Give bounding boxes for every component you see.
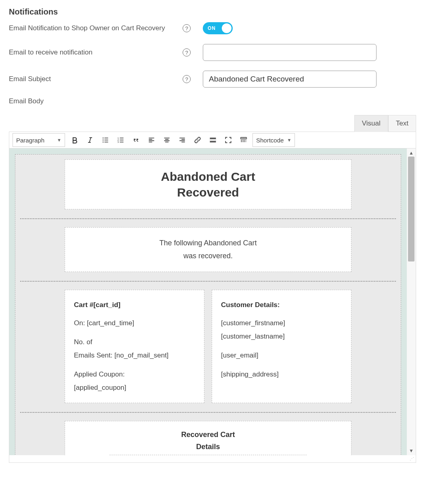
svg-rect-7 [210, 141, 216, 142]
toggle-knob [222, 23, 231, 33]
scroll-thumb[interactable] [408, 157, 414, 261]
cart-details-card: Cart #[cart_id] On: [cart_end_time] No. … [65, 290, 204, 403]
insert-read-more-button[interactable] [206, 133, 220, 147]
svg-rect-12 [244, 138, 245, 139]
bold-button[interactable] [67, 133, 82, 147]
blockquote-button[interactable] [129, 133, 143, 147]
shortcode-select[interactable]: Shortcode▼ [252, 133, 295, 147]
template-intro: The following Abandoned Cart [75, 236, 341, 249]
italic-button[interactable] [83, 133, 97, 147]
customer-details-card: Customer Details: [customer_firstname] [… [212, 290, 351, 403]
email-body-editor: Paragraph▼ 123 Shortcode▼ Abandoned Cart… [9, 132, 416, 463]
scroll-up-icon[interactable]: ▲ [409, 149, 414, 157]
editor-canvas[interactable]: Abandoned Cart Recovered The following A… [9, 148, 407, 455]
scroll-down-icon[interactable]: ▼ [409, 447, 414, 454]
subject-input[interactable] [203, 71, 377, 88]
toolbar-toggle-button[interactable] [236, 133, 251, 147]
svg-rect-9 [241, 138, 242, 139]
template-intro: was recovered. [75, 249, 341, 262]
format-select[interactable]: Paragraph▼ [13, 133, 65, 147]
svg-text:3: 3 [118, 141, 119, 143]
recipient-input[interactable] [203, 44, 377, 61]
editor-toolbar: Paragraph▼ 123 Shortcode▼ [9, 132, 416, 148]
svg-point-1 [103, 140, 103, 141]
editor-scrollbar[interactable]: ▲ ▼ [407, 148, 416, 455]
recovered-cart-heading: Details [109, 441, 307, 453]
help-icon[interactable]: ? [183, 48, 191, 56]
recipient-label: Email to receive notification [9, 48, 183, 56]
link-button[interactable] [190, 133, 205, 147]
tab-text[interactable]: Text [388, 115, 416, 132]
numbered-list-button[interactable]: 123 [114, 133, 128, 147]
help-icon[interactable]: ? [183, 24, 191, 32]
svg-rect-13 [245, 138, 246, 139]
align-center-button[interactable] [160, 133, 174, 147]
template-title: Recovered [75, 184, 341, 200]
align-left-button[interactable] [144, 133, 159, 147]
bullet-list-button[interactable] [98, 133, 113, 147]
toggle-state-label: ON [208, 25, 216, 31]
svg-rect-11 [243, 138, 244, 139]
help-icon[interactable]: ? [183, 75, 191, 83]
align-right-button[interactable] [175, 133, 189, 147]
svg-rect-6 [210, 138, 216, 139]
template-title: Abandoned Cart [75, 169, 341, 184]
resize-grip-icon[interactable]: ⋰ [9, 455, 416, 462]
notifications-heading: Notifications [9, 7, 416, 17]
enable-label: Email Notification to Shop Owner on Cart… [9, 24, 183, 32]
enable-toggle[interactable]: ON [203, 22, 233, 34]
tab-visual[interactable]: Visual [354, 115, 388, 132]
chevron-down-icon: ▼ [287, 138, 291, 142]
body-label: Email Body [9, 97, 183, 105]
svg-rect-10 [242, 138, 243, 139]
fullscreen-button[interactable] [221, 133, 236, 147]
svg-point-0 [103, 138, 103, 139]
svg-point-2 [103, 142, 103, 143]
subject-label: Email Subject [9, 75, 183, 83]
chevron-down-icon: ▼ [57, 138, 61, 142]
recovered-cart-heading: Recovered Cart [109, 429, 307, 441]
